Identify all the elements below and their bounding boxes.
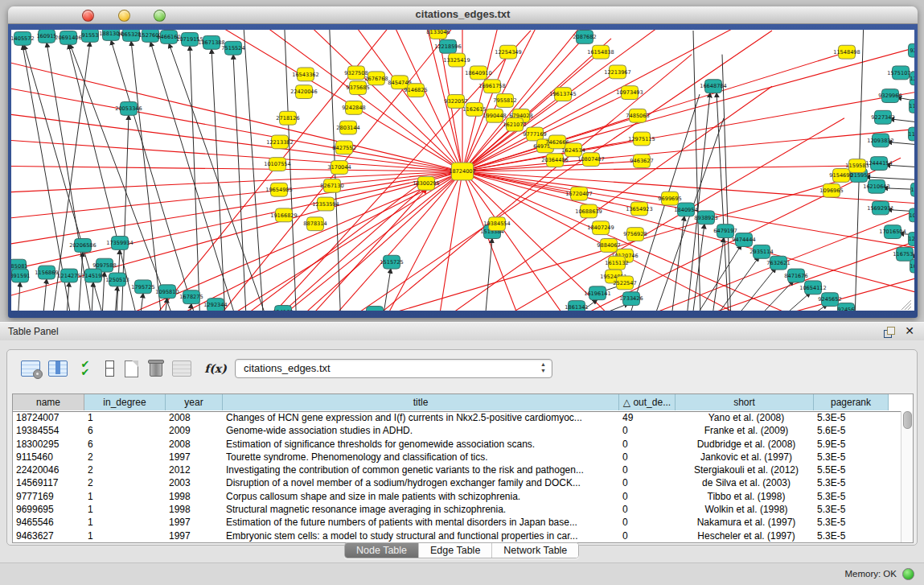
network-node[interactable]: 16210643 — [863, 179, 890, 193]
network-node[interactable]: 1156869 — [35, 266, 58, 279]
network-node[interactable]: 2522547 — [613, 276, 636, 290]
network-node[interactable]: 11548498 — [833, 45, 860, 59]
network-node[interactable]: 12093832 — [867, 134, 894, 147]
network-node[interactable]: 124168 — [273, 306, 293, 311]
network-node[interactable]: 9146825 — [404, 84, 427, 97]
function-builder-button[interactable]: f(x) — [203, 356, 228, 381]
network-node[interactable]: 1621072 — [503, 117, 526, 131]
column-header-in_degree[interactable]: in_degree — [84, 394, 166, 410]
network-node[interactable]: 17016504 — [879, 225, 906, 239]
table-row[interactable]: 1456911722003Disruption of a novel membe… — [13, 476, 901, 489]
network-node[interactable]: 10688639 — [575, 204, 602, 218]
network-node[interactable]: 1733426 — [619, 292, 643, 306]
window-titlebar[interactable]: citations_edges.txt — [8, 6, 918, 24]
network-node[interactable]: 11563 — [911, 183, 915, 196]
table-selector-dropdown[interactable]: citations_edges.txt ▲▼ — [235, 359, 552, 378]
network-node[interactable]: 1095810 — [155, 285, 179, 299]
network-node[interactable]: 11423 — [910, 100, 915, 113]
table-row[interactable]: 977716911998Corpus callosum shape and si… — [13, 490, 901, 503]
network-node[interactable]: 12213967 — [604, 65, 631, 79]
table-row[interactable]: 911546021997Tourette syndrome. Phenomeno… — [13, 451, 901, 463]
table-row[interactable]: 1830029562008Estimation of significance … — [13, 438, 901, 451]
resize-grip-icon[interactable] — [901, 300, 911, 310]
column-header-pagerank[interactable]: pagerank — [814, 394, 889, 410]
network-node[interactable]: 7632621 — [766, 256, 790, 270]
float-panel-icon[interactable] — [884, 326, 895, 337]
network-node[interactable]: 19166829 — [270, 208, 298, 222]
network-node[interactable]: 12218596 — [434, 39, 462, 53]
table-row[interactable]: 1938455462009Genome-wide association stu… — [13, 424, 901, 437]
network-node[interactable]: 92456 — [838, 303, 855, 311]
network-node[interactable]: 9756928 — [623, 228, 647, 241]
network-node[interactable]: 1250513 — [105, 273, 129, 286]
network-node[interactable]: 10978 — [910, 208, 915, 222]
tab-network-table[interactable]: Network Table — [492, 543, 578, 558]
network-node[interactable]: 9777169 — [523, 127, 546, 141]
row-height-button[interactable] — [97, 356, 121, 381]
network-node[interactable]: 8878314 — [303, 217, 326, 231]
network-node[interactable]: 12975115 — [628, 132, 655, 146]
tab-node-table[interactable]: Node Table — [345, 543, 419, 558]
network-node[interactable]: 12254349 — [495, 45, 522, 59]
network-node[interactable]: 9154690 — [829, 169, 852, 183]
network-canvas[interactable]: 1405572160915206914069155318813041065328… — [11, 30, 914, 311]
network-node[interactable]: 13654923 — [626, 202, 653, 216]
network-graph[interactable]: 1405572160915206914069155318813041065328… — [11, 30, 914, 311]
scrollbar-thumb[interactable] — [903, 411, 912, 429]
network-node[interactable]: 8133046 — [426, 30, 450, 39]
network-node[interactable]: 2676768 — [364, 72, 388, 85]
network-node[interactable]: 11613 — [909, 127, 915, 141]
network-node[interactable]: 10654112 — [799, 281, 827, 295]
network-node[interactable]: 16543362 — [292, 68, 319, 81]
network-node[interactable]: 16961758 — [478, 80, 506, 93]
network-node[interactable]: 19654985 — [265, 183, 293, 196]
network-node[interactable]: 160915 — [36, 30, 56, 43]
network-node[interactable]: 7485063 — [626, 109, 649, 122]
column-header-name[interactable]: name — [13, 394, 84, 410]
column-header-title[interactable]: title — [223, 394, 619, 410]
network-node[interactable]: 9375685 — [346, 81, 369, 95]
network-node[interactable]: 9463627 — [630, 154, 653, 168]
network-node[interactable]: 1292344 — [203, 299, 227, 311]
network-node[interactable]: 9329966 — [878, 89, 901, 103]
network-node[interactable]: 20364486 — [541, 154, 569, 167]
network-node[interactable]: 10924 — [910, 259, 915, 273]
network-node[interactable]: 1515725 — [380, 255, 403, 269]
network-node[interactable]: 1795725 — [131, 280, 154, 294]
table-row[interactable]: 969969511998Structural magnetic resonanc… — [13, 503, 901, 516]
select-columns-button[interactable]: ✔✔ — [73, 356, 97, 381]
network-node[interactable]: 20206586 — [69, 239, 97, 253]
network-node[interactable]: 1145197 — [81, 269, 105, 282]
network-node[interactable]: 1214275 — [57, 269, 80, 282]
network-node[interactable]: 1615132 — [605, 256, 628, 270]
tab-edge-table[interactable]: Edge Table — [419, 543, 492, 558]
network-node[interactable]: 8267130 — [320, 179, 343, 192]
network-node[interactable]: 12103 — [909, 233, 915, 246]
network-node[interactable]: 2803144 — [336, 121, 359, 134]
network-node[interactable]: 9474444 — [732, 233, 755, 247]
delete-column-button[interactable] — [144, 356, 168, 381]
show-columns-button[interactable] — [46, 356, 70, 381]
network-node[interactable]: 2087682 — [573, 30, 596, 43]
network-node[interactable]: 15692931 — [867, 201, 894, 215]
network-node[interactable]: 1678275 — [179, 290, 203, 304]
network-node[interactable]: 8938923 — [694, 211, 717, 225]
network-node[interactable]: 12734 — [910, 72, 915, 85]
network-node[interactable]: 1861341 — [565, 301, 588, 311]
network-node[interactable]: 2935114 — [749, 245, 773, 258]
column-header-year[interactable]: year — [166, 394, 223, 410]
network-node[interactable]: 16196141 — [584, 286, 611, 300]
network-node[interactable]: 8427552 — [332, 141, 355, 154]
network-node[interactable]: 2718126 — [276, 111, 299, 125]
network-node[interactable]: 9699695 — [658, 192, 681, 205]
network-node[interactable]: 1096965 — [819, 183, 843, 197]
table-options-button[interactable] — [18, 356, 43, 381]
network-node[interactable]: 18724007 — [449, 163, 476, 180]
network-node[interactable]: 12444154 — [865, 157, 893, 171]
table-scrollbar[interactable] — [901, 411, 913, 542]
network-node[interactable]: 1167534 — [893, 247, 914, 261]
network-node[interactable]: 22420046 — [290, 85, 318, 99]
table-row[interactable]: 946554611997Estimation of the future num… — [13, 516, 901, 529]
delete-table-button[interactable] — [170, 356, 194, 381]
network-node[interactable]: 19613745 — [549, 88, 577, 101]
